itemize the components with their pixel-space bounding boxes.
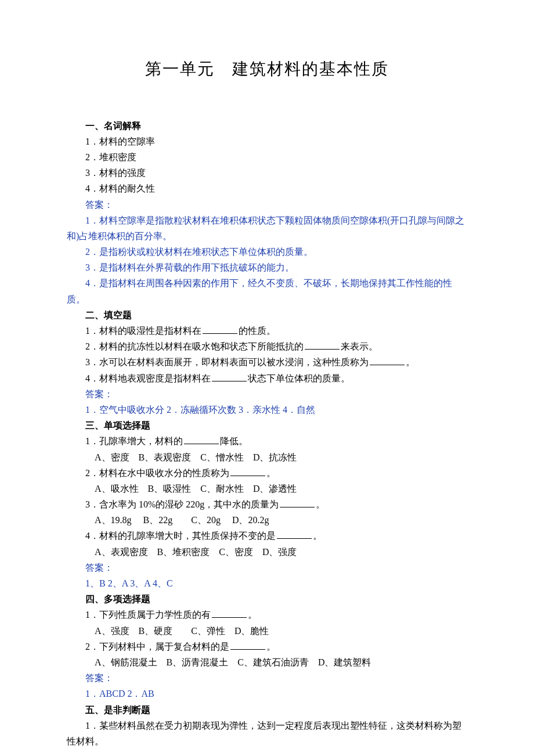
blank	[280, 499, 315, 507]
section-5-heading: 五、是非判断题	[85, 705, 150, 715]
s3-q1: 1．孔隙率增大，材料的降低。	[67, 433, 467, 449]
s1-item-4: 4．材料的耐久性	[67, 181, 467, 196]
s3-q4a: 4．材料的孔隙率增大时，其性质保持不变的是	[85, 531, 276, 541]
s4-q1b: 。	[248, 610, 257, 620]
s2-q4: 4．材料地表观密度是指材料在状态下单位体积的质量。	[67, 370, 467, 386]
s3-q3b: 。	[316, 499, 325, 509]
s2-q3b: 。	[406, 357, 415, 367]
s3-o4: A、表观密度 B、堆积密度 C、密度 D、强度	[67, 544, 467, 560]
s1-answer-3: 3．是指材料在外界荷载的作用下抵抗破坏的能力。	[67, 260, 467, 275]
blank	[230, 640, 265, 649]
s2-q2a: 2．材料的抗冻性以材料在吸水饱和状态下所能抵抗的	[85, 341, 304, 351]
s3-answer-label: 答案：	[67, 560, 467, 575]
blank	[212, 372, 247, 381]
blank	[184, 435, 219, 444]
s5-q1: 1．某些材料虽然在受力初期表现为弹性，达到一定程度后表现出塑性特征，这类材料称为…	[67, 718, 467, 749]
s2-answer-label: 答案：	[67, 386, 467, 402]
s3-q4: 4．材料的孔隙率增大时，其性质保持不变的是。	[67, 528, 467, 543]
blank	[203, 325, 237, 334]
document-page: 第一单元 建筑材料的基本性质 一、名词解释 1．材料的空隙率 2．堆积密度 3．…	[0, 0, 534, 756]
s2-q3: 3．水可以在材料表面展开，即材料表面可以被水浸润，这种性质称为。	[67, 354, 467, 370]
section-4-heading: 四、多项选择题	[85, 594, 150, 604]
s3-q2b: 。	[266, 468, 276, 478]
s1-answer-1: 1．材料空隙率是指散粒状材料在堆积体积状态下颗粒固体物质间空隙体积(开口孔隙与间…	[67, 213, 467, 244]
s3-q3a: 3．含水率为 10%的湿砂 220g，其中水的质量为	[85, 499, 279, 509]
s4-o2: A、钢筋混凝土 B、沥青混凝土 C、建筑石油沥青 D、建筑塑料	[67, 654, 467, 670]
s4-q2: 2．下列材料中，属于复合材料的是。	[67, 639, 467, 654]
s1-item-2: 2．堆积密度	[67, 149, 467, 165]
blank	[230, 467, 265, 476]
s2-q4a: 4．材料地表观密度是指材料在	[85, 373, 211, 383]
s3-q3: 3．含水率为 10%的湿砂 220g，其中水的质量为。	[67, 496, 467, 512]
section-3-heading: 三、单项选择题	[85, 420, 150, 430]
s4-q2b: 。	[266, 642, 276, 651]
s3-o1: A、密度 B、表观密度 C、憎水性 D、抗冻性	[67, 449, 467, 465]
section-2-heading: 二、填空题	[85, 310, 132, 320]
blank	[277, 530, 312, 539]
s3-q1b: 降低。	[220, 436, 248, 446]
s2-answers: 1．空气中吸收水分 2．冻融循环次数 3．亲水性 4．自然	[67, 402, 467, 417]
section-1-heading: 一、名词解释	[85, 121, 141, 131]
blank	[370, 357, 405, 365]
blank	[212, 609, 247, 618]
page-title: 第一单元 建筑材料的基本性质	[67, 55, 467, 83]
s3-answers: 1、B 2、A 3、A 4、C	[67, 575, 467, 591]
s2-q4b: 状态下单位体积的质量。	[248, 373, 350, 383]
s3-o2: A、吸水性 B、吸湿性 C、耐水性 D、渗透性	[67, 481, 467, 496]
s3-q1a: 1．孔隙率增大，材料的	[85, 436, 183, 446]
s1-item-3: 3．材料的强度	[67, 165, 467, 181]
s1-answer-4: 4．是指材料在周围各种因素的作用下，经久不变质、不破坏，长期地保持其工作性能的性…	[67, 275, 467, 307]
s2-q1b: 的性质。	[239, 326, 276, 336]
s3-q4b: 。	[313, 531, 322, 541]
s3-q2: 2．材料在水中吸收水分的性质称为。	[67, 465, 467, 481]
s1-answer-2: 2．是指粉状或粒状材料在堆积状态下单位体积的质量。	[67, 244, 467, 260]
s4-o1: A、强度 B、硬度 C、弹性 D、脆性	[67, 623, 467, 639]
blank	[305, 341, 340, 350]
s4-q1a: 1．下列性质属于力学性质的有	[85, 610, 211, 620]
s2-q2b: 来表示。	[341, 341, 378, 351]
s1-answer-label: 答案：	[67, 197, 467, 213]
s2-q1a: 1．材料的吸湿性是指材料在	[85, 326, 201, 336]
s3-o3: A、19.8g B、22g C、20g D、20.2g	[67, 512, 467, 528]
s4-q2a: 2．下列材料中，属于复合材料的是	[85, 642, 229, 651]
s4-q1: 1．下列性质属于力学性质的有。	[67, 607, 467, 622]
s4-answers: 1．ABCD 2．AB	[67, 686, 467, 701]
s2-q3a: 3．水可以在材料表面展开，即材料表面可以被水浸润，这种性质称为	[85, 357, 369, 367]
s2-q1: 1．材料的吸湿性是指材料在的性质。	[67, 323, 467, 339]
s1-item-1: 1．材料的空隙率	[67, 134, 467, 149]
s2-q2: 2．材料的抗冻性以材料在吸水饱和状态下所能抵抗的来表示。	[67, 339, 467, 354]
s4-answer-label: 答案：	[67, 670, 467, 686]
s3-q2a: 2．材料在水中吸收水分的性质称为	[85, 468, 229, 478]
